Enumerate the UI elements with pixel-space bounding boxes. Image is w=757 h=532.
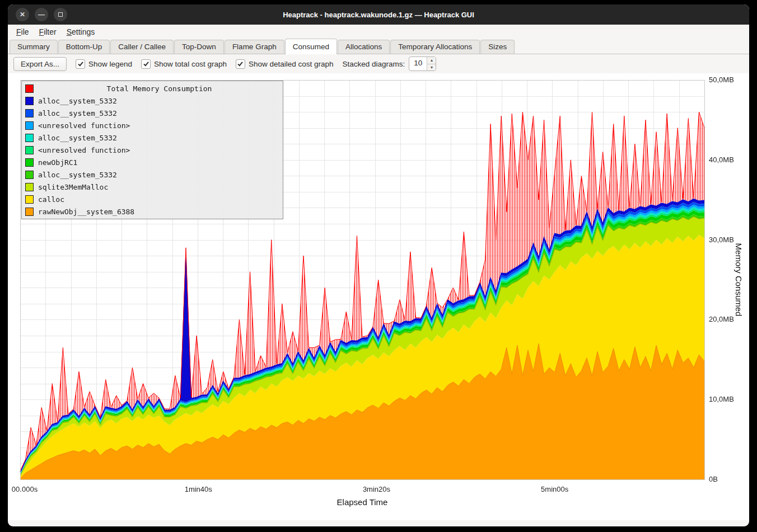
tab-top-down[interactable]: Top-Down	[174, 40, 224, 54]
x-axis-tick: 3min20s	[363, 485, 390, 493]
tab-temporary-allocations[interactable]: Temporary Allocations	[390, 40, 480, 54]
maximize-icon	[58, 12, 63, 17]
checkbox-box	[76, 59, 85, 69]
legend-label: <unresolved function>	[38, 121, 130, 130]
checkbox-box	[236, 59, 245, 69]
checkmark-icon	[237, 60, 244, 67]
toolbar: Export As... Show legend Show total cost…	[8, 54, 749, 73]
stacked-diagrams-control: Stacked diagrams: 10 ▲ ▼	[343, 57, 437, 71]
y-axis-tick: 50,0MB	[709, 76, 734, 84]
legend-label: alloc__system_5332	[38, 97, 117, 105]
legend-label: newObjRC1	[38, 158, 77, 167]
legend-color-swatch	[25, 121, 34, 130]
tab-flame-graph[interactable]: Flame Graph	[225, 40, 284, 54]
tab-bottom-up[interactable]: Bottom-Up	[58, 40, 110, 54]
minimize-icon: —	[38, 11, 45, 18]
close-icon: ✕	[20, 11, 25, 18]
legend-label: alloc__system_5332	[38, 109, 117, 117]
y-axis-tick: 30,0MB	[709, 236, 734, 244]
legend-item: alloc__system_5332	[24, 107, 281, 119]
show-total-cost-checkbox[interactable]: Show total cost graph	[141, 59, 227, 69]
checkmark-icon	[77, 60, 84, 67]
x-axis-title: Elapsed Time	[337, 497, 388, 507]
legend-color-swatch	[25, 84, 34, 93]
legend-color-swatch	[25, 97, 34, 105]
legend-color-swatch	[25, 158, 34, 167]
legend-label: Total Memory Consumption	[38, 84, 281, 93]
tab-consumed[interactable]: Consumed	[285, 39, 337, 54]
y-axis-tick: 0B	[709, 475, 718, 484]
legend-label: <unresolved function>	[38, 146, 130, 154]
legend-item: alloc__system_5332	[24, 95, 281, 107]
legend-item: alloc__system_5332	[24, 131, 281, 144]
show-legend-label: Show legend	[88, 60, 132, 68]
x-axis-tick: 5min00s	[541, 485, 568, 493]
legend-item: newObjRC1	[24, 156, 281, 168]
stacked-diagrams-value: 10	[409, 57, 427, 70]
stacked-diagrams-label: Stacked diagrams:	[343, 60, 405, 68]
legend-color-swatch	[25, 146, 34, 154]
legend-item: rawNewObj__system_6388	[24, 205, 281, 218]
window-controls: ✕ —	[16, 8, 67, 21]
legend-item: Total Memory Consumption	[24, 82, 281, 95]
maximize-button[interactable]	[54, 8, 67, 21]
legend-item: <unresolved function>	[24, 144, 281, 156]
legend-label: sqlite3MemMalloc	[38, 183, 108, 191]
y-axis-title: Memory Consumed	[734, 243, 744, 317]
legend-label: rawNewObj__system_6388	[38, 208, 134, 216]
legend-color-swatch	[25, 183, 34, 191]
tab-sizes[interactable]: Sizes	[480, 40, 515, 54]
legend-item: alloc__system_5332	[24, 168, 281, 181]
menubar: File Filter Settings	[8, 25, 749, 39]
minimize-button[interactable]: —	[35, 8, 48, 21]
x-axis-tick: 1min40s	[185, 485, 212, 493]
legend-color-swatch	[25, 195, 34, 204]
spinbox-down-button[interactable]: ▼	[427, 64, 436, 71]
legend-color-swatch	[25, 134, 34, 142]
legend-color-swatch	[25, 109, 34, 117]
menu-settings[interactable]: Settings	[62, 26, 100, 37]
legend-item: <unresolved function>	[24, 119, 281, 131]
close-button[interactable]: ✕	[16, 8, 29, 21]
y-axis-tick: 10,0MB	[709, 395, 734, 404]
heaptrack-window: ✕ — Heaptrack - heaptrack.wakunode.1.gz …	[8, 4, 749, 526]
checkmark-icon	[143, 60, 149, 67]
legend-label: alloc__system_5332	[38, 171, 117, 179]
show-detailed-cost-checkbox[interactable]: Show detailed cost graph	[236, 59, 334, 69]
titlebar: ✕ — Heaptrack - heaptrack.wakunode.1.gz …	[8, 4, 749, 25]
chart-legend: Total Memory Consumptionalloc__system_53…	[21, 81, 283, 219]
legend-color-swatch	[25, 208, 34, 216]
show-total-cost-label: Show total cost graph	[154, 60, 227, 68]
tab-allocations[interactable]: Allocations	[338, 40, 390, 54]
export-as-button[interactable]: Export As...	[13, 57, 67, 71]
stacked-diagrams-spinbox[interactable]: 10 ▲ ▼	[409, 57, 436, 71]
tab-summary[interactable]: Summary	[10, 40, 58, 54]
legend-color-swatch	[25, 171, 34, 179]
menu-file[interactable]: File	[11, 26, 34, 37]
window-title: Heaptrack - heaptrack.wakunode.1.gz — He…	[283, 11, 474, 19]
legend-item: sqlite3MemMalloc	[24, 181, 281, 193]
x-axis-tick: 00.000s	[12, 485, 38, 493]
show-legend-checkbox[interactable]: Show legend	[76, 59, 132, 69]
checkbox-box	[141, 59, 151, 69]
legend-item: calloc	[24, 193, 281, 205]
menu-filter[interactable]: Filter	[34, 26, 62, 37]
spinbox-up-button[interactable]: ▲	[427, 57, 436, 64]
tabbar: Summary Bottom-Up Caller / Callee Top-Do…	[8, 39, 749, 54]
legend-label: calloc	[38, 195, 64, 204]
legend-label: alloc__system_5332	[38, 134, 117, 142]
y-axis-tick: 20,0MB	[709, 315, 734, 324]
show-detailed-cost-label: Show detailed cost graph	[249, 60, 334, 68]
tab-caller-callee[interactable]: Caller / Callee	[110, 40, 174, 54]
y-axis-tick: 40,0MB	[709, 156, 734, 164]
consumed-chart-area: 0B10,0MB20,0MB30,0MB40,0MB50,0MB00.000s1…	[8, 73, 749, 520]
